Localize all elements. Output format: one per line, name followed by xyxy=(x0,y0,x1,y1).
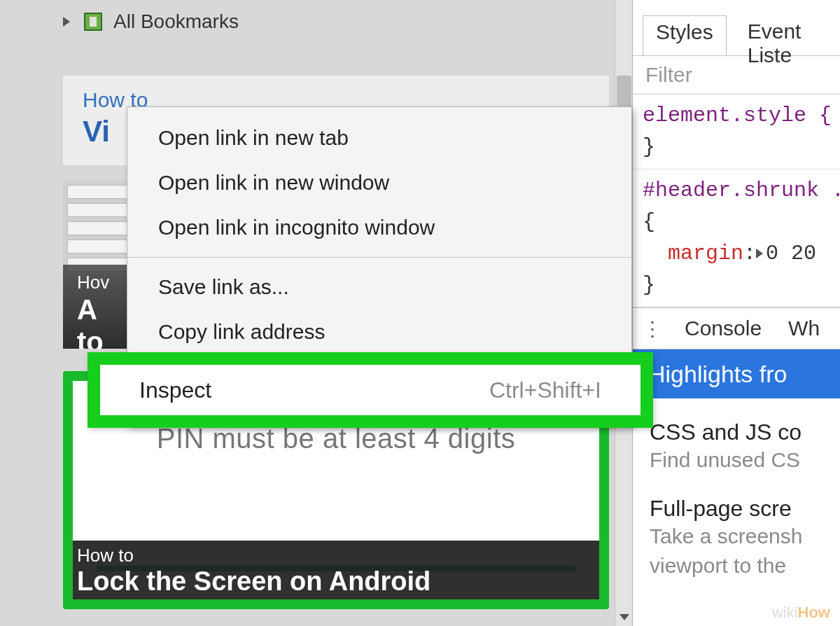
menu-open-new-window[interactable]: Open link in new window xyxy=(127,160,631,205)
menu-label: Open link in incognito window xyxy=(158,211,435,244)
devtools-panel: Styles Event Liste Filter element.style … xyxy=(632,0,840,626)
chevron-right-icon xyxy=(756,249,763,258)
menu-label: Inspect xyxy=(139,377,211,403)
kebab-icon[interactable]: ⋮ xyxy=(643,317,664,340)
tips-list: CSS and JS co Find unused CS Full-page s… xyxy=(633,398,840,580)
bookmark-folder-icon xyxy=(84,13,102,31)
tab-event-listeners[interactable]: Event Liste xyxy=(735,15,840,55)
css-open: { xyxy=(643,210,655,234)
css-rule-header-shrunk[interactable]: #header.shrunk . { margin:0 20 } xyxy=(633,169,840,307)
tip-title: Full-page scre xyxy=(650,496,826,522)
menu-open-new-tab[interactable]: Open link in new tab xyxy=(127,116,631,160)
tab-console[interactable]: Console xyxy=(679,314,767,343)
css-selector: element.style { xyxy=(643,104,832,127)
article-overlay: How to Lock the Screen on Android xyxy=(63,541,609,609)
css-value: 0 20 xyxy=(766,242,816,265)
css-close: } xyxy=(643,135,655,159)
menu-open-incognito[interactable]: Open link in incognito window xyxy=(127,205,631,250)
menu-shortcut: Ctrl+Shift+I xyxy=(489,377,601,403)
tip-item[interactable]: Full-page scre Take a screensh viewport … xyxy=(650,496,826,580)
bookmark-label: All Bookmarks xyxy=(113,11,239,33)
tab-styles[interactable]: Styles xyxy=(643,15,727,55)
menu-save-link-as[interactable]: Save link as... xyxy=(127,265,631,309)
css-rule-element-style[interactable]: element.style { } xyxy=(633,95,840,169)
wikihow-watermark: wikiHow xyxy=(772,604,830,622)
article-title: Lock the Screen on Android xyxy=(77,566,595,597)
tip-item[interactable]: CSS and JS co Find unused CS xyxy=(650,419,826,475)
drawer-tabrow: ⋮ Console Wh xyxy=(633,307,840,349)
menu-label: Save link as... xyxy=(158,270,289,304)
article-supertitle: How to xyxy=(77,545,595,566)
highlights-banner[interactable]: Highlights fro xyxy=(633,349,840,398)
menu-label: Open link in new tab xyxy=(158,121,349,155)
tip-sub: Find unused CS xyxy=(650,445,826,475)
menu-inspect-highlight: Inspect Ctrl+Shift+I xyxy=(88,352,653,428)
chevron-right-icon xyxy=(63,17,70,27)
tab-other[interactable]: Wh xyxy=(783,314,825,343)
menu-copy-link-address[interactable]: Copy link address xyxy=(127,309,631,354)
menu-separator xyxy=(127,257,631,258)
menu-label: Copy link address xyxy=(158,315,325,349)
css-close: } xyxy=(643,273,655,297)
menu-inspect[interactable]: Inspect Ctrl+Shift+I xyxy=(100,365,640,415)
watermark-b: How xyxy=(798,604,830,621)
styles-tabrow: Styles Event Liste xyxy=(633,0,840,56)
css-selector: #header.shrunk . xyxy=(643,179,840,202)
menu-label: Open link in new window xyxy=(158,166,389,200)
watermark-a: wiki xyxy=(772,604,798,621)
css-property: margin xyxy=(668,242,743,265)
styles-filter-input[interactable]: Filter xyxy=(633,56,840,95)
bookmark-all[interactable]: All Bookmarks xyxy=(63,11,239,33)
scrollbar-down-arrow[interactable] xyxy=(615,608,633,626)
tip-sub: Take a screensh viewport to the xyxy=(650,522,826,580)
tip-title: CSS and JS co xyxy=(650,419,826,445)
